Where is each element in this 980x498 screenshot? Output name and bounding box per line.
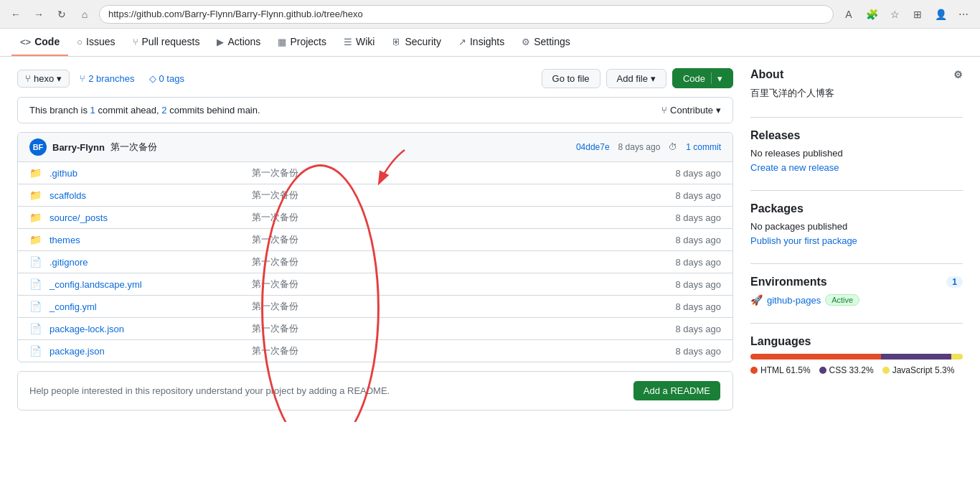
branches-link[interactable]: ⑂ 2 branches: [75, 70, 138, 87]
environments-section: Environments 1 🚀 github-pages Active: [750, 276, 963, 306]
contribute-button[interactable]: ⑂ Contribute ▾: [661, 105, 721, 116]
nav-security[interactable]: ⛨ Security: [383, 29, 450, 56]
gear-icon[interactable]: ⚙: [953, 69, 963, 80]
repo-sidebar: About ⚙ 百里飞洋的个人博客 Releases No releases p…: [750, 68, 963, 410]
add-file-button[interactable]: Add file ▾: [606, 69, 666, 88]
about-description: 百里飞洋的个人博客: [750, 87, 963, 100]
nav-code[interactable]: <> Code: [11, 29, 68, 56]
file-row[interactable]: 📁themes第一次备份8 days ago: [18, 229, 732, 251]
lang-legend-item: CSS 33.2%: [819, 365, 874, 375]
ahead-link[interactable]: 1: [90, 105, 95, 116]
commits-link[interactable]: 1 commit: [686, 142, 721, 152]
file-time: 8 days ago: [656, 279, 721, 290]
env-name-link[interactable]: github-pages: [767, 295, 821, 306]
nav-projects[interactable]: ▦ Projects: [269, 29, 335, 56]
more-icon[interactable]: ⋯: [954, 5, 973, 24]
pull-request-icon: ⑂: [133, 37, 138, 47]
clock-icon: ⏱: [669, 142, 677, 152]
commit-hash[interactable]: 04dde7e: [576, 142, 610, 152]
lang-bar-segment-javascript: [951, 354, 963, 360]
lang-legend-item: HTML 61.5%: [750, 365, 811, 375]
file-row[interactable]: 📄_config.yml第一次备份8 days ago: [18, 296, 732, 318]
file-time: 8 days ago: [656, 190, 721, 201]
nav-wiki[interactable]: ☰ Wiki: [335, 29, 383, 56]
file-time: 8 days ago: [656, 324, 721, 334]
file-icon: 📄: [29, 278, 44, 290]
commit-header: BF Barry-Flynn 第一次备份 04dde7e 8 days ago …: [18, 133, 732, 162]
refresh-button[interactable]: ↻: [53, 6, 70, 23]
profile-icon[interactable]: 👤: [931, 5, 950, 24]
folder-icon: 📁: [29, 189, 44, 201]
toolbar: ⑂ hexo ▾ ⑂ 2 branches ◇ 0 tags Go to fil…: [17, 68, 733, 88]
packages-section: Packages No packages published Publish y…: [750, 202, 963, 246]
file-name[interactable]: .github: [50, 168, 252, 179]
file-row[interactable]: 📁scaffolds第一次备份8 days ago: [18, 184, 732, 207]
file-commit-message: 第一次备份: [252, 211, 656, 224]
readme-text: Help people interested in this repositor…: [29, 385, 390, 396]
translate-icon[interactable]: A: [839, 5, 858, 24]
file-time: 8 days ago: [656, 301, 721, 312]
branch-info-bar: This branch is 1 commit ahead, 2 commits…: [17, 97, 733, 123]
publish-package-link[interactable]: Publish your first package: [750, 235, 857, 246]
extension-icon[interactable]: 🧩: [862, 5, 881, 24]
sidebar-divider-2: [750, 190, 963, 191]
file-name[interactable]: package.json: [50, 346, 252, 357]
behind-link[interactable]: 2: [161, 105, 166, 116]
nav-issues[interactable]: ○ Issues: [68, 29, 123, 56]
wiki-icon: ☰: [344, 37, 352, 47]
commit-meta: 04dde7e 8 days ago ⏱ 1 commit: [576, 142, 721, 152]
file-name[interactable]: themes: [50, 235, 252, 245]
file-time: 8 days ago: [656, 257, 721, 268]
file-name[interactable]: .gitignore: [50, 257, 252, 268]
collections-icon[interactable]: ⊞: [908, 5, 927, 24]
commit-time: 8 days ago: [618, 142, 661, 152]
browser-chrome: ← → ↻ ⌂ A 🧩 ☆ ⊞ 👤 ⋯: [0, 0, 980, 29]
create-release-link[interactable]: Create a new release: [750, 162, 839, 173]
file-icon: 📄: [29, 256, 44, 268]
tag-icon: ◇: [149, 73, 156, 84]
file-row[interactable]: 📄package.json第一次备份8 days ago: [18, 340, 732, 362]
go-to-file-button[interactable]: Go to file: [542, 69, 600, 88]
file-name[interactable]: package-lock.json: [50, 324, 252, 334]
file-table-container: BF Barry-Flynn 第一次备份 04dde7e 8 days ago …: [17, 132, 733, 362]
contribute-icon: ⑂: [661, 105, 667, 116]
active-badge: Active: [825, 294, 859, 306]
file-icon: 📄: [29, 345, 44, 357]
file-row[interactable]: 📁.github第一次备份8 days ago: [18, 162, 732, 184]
back-button[interactable]: ←: [7, 6, 24, 23]
file-time: 8 days ago: [656, 212, 721, 223]
add-readme-button[interactable]: Add a README: [633, 380, 721, 401]
home-button[interactable]: ⌂: [76, 6, 93, 23]
about-title: About ⚙: [750, 68, 963, 81]
branch-dropdown-icon: ▾: [57, 73, 62, 84]
branch-selector[interactable]: ⑂ hexo ▾: [17, 70, 70, 88]
favorites-icon[interactable]: ☆: [885, 5, 904, 24]
file-icon: 📄: [29, 301, 44, 312]
nav-pull-requests[interactable]: ⑂ Pull requests: [124, 29, 209, 56]
settings-icon: ⚙: [522, 37, 530, 47]
forward-button[interactable]: →: [30, 6, 47, 23]
file-name[interactable]: scaffolds: [50, 190, 252, 201]
tags-link[interactable]: ◇ 0 tags: [145, 70, 189, 87]
file-commit-message: 第一次备份: [252, 300, 656, 313]
file-row[interactable]: 📄package-lock.json第一次备份8 days ago: [18, 318, 732, 340]
nav-insights[interactable]: ↗ Insights: [450, 29, 513, 56]
file-time: 8 days ago: [656, 235, 721, 245]
nav-actions[interactable]: ▶ Actions: [208, 29, 269, 56]
lang-legend-item: JavaScript 5.3%: [882, 365, 955, 375]
file-name[interactable]: _config.landscape.yml: [50, 279, 252, 290]
code-btn-divider: [711, 72, 712, 84]
file-row[interactable]: 📁source/_posts第一次备份8 days ago: [18, 207, 732, 229]
file-name[interactable]: source/_posts: [50, 212, 252, 223]
file-name[interactable]: _config.yml: [50, 301, 252, 312]
file-row[interactable]: 📄_config.landscape.yml第一次备份8 days ago: [18, 273, 732, 296]
file-row[interactable]: 📄.gitignore第一次备份8 days ago: [18, 251, 732, 273]
address-bar[interactable]: [99, 5, 834, 24]
languages-section: Languages HTML 61.5%CSS 33.2%JavaScript …: [750, 335, 963, 375]
lang-bar-segment-css: [881, 354, 951, 360]
main-layout: ⑂ hexo ▾ ⑂ 2 branches ◇ 0 tags Go to fil…: [0, 57, 980, 422]
folder-icon: 📁: [29, 167, 44, 179]
file-commit-message: 第一次备份: [252, 344, 656, 357]
code-button[interactable]: Code ▾: [672, 68, 733, 88]
nav-settings[interactable]: ⚙ Settings: [513, 29, 579, 56]
